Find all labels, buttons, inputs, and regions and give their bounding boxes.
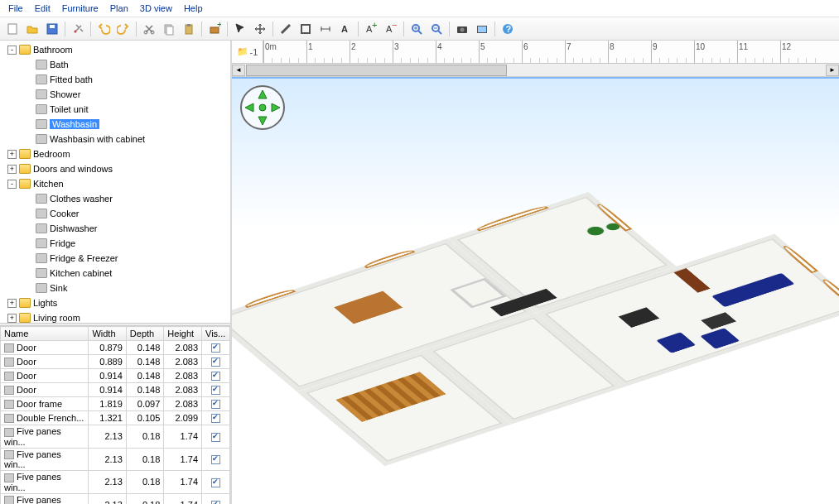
furniture-table[interactable]: NameWidthDepthHeightVis... Door0.8790.14… (0, 326, 230, 504)
col-width[interactable]: Width (89, 327, 126, 341)
visibility-checkbox[interactable] (211, 433, 220, 442)
menu-edit[interactable]: Edit (30, 2, 55, 15)
menu-furniture[interactable]: Furniture (57, 2, 104, 15)
copy-icon[interactable] (160, 20, 178, 38)
new-icon[interactable] (3, 20, 22, 38)
text-decrease-icon[interactable]: A− (382, 20, 400, 38)
tree-folder[interactable]: +Living room (3, 310, 230, 323)
zoom-in-icon[interactable] (407, 20, 426, 38)
tree-item[interactable]: Dishwasher (3, 221, 230, 236)
pan-icon[interactable] (251, 20, 269, 38)
tree-folder[interactable]: +Doors and windows (3, 161, 230, 176)
col-depth[interactable]: Depth (126, 327, 164, 341)
redo-icon[interactable] (114, 20, 133, 38)
tree-folder[interactable]: +Lights (3, 295, 230, 310)
ruler-origin-icon[interactable]: 📁-1 (232, 41, 263, 63)
furniture-catalog-tree[interactable]: -BathroomBathFitted bathShowerToilet uni… (0, 41, 230, 323)
tree-item[interactable]: Toilet unit (3, 102, 230, 117)
tree-folder[interactable]: +Bedroom (3, 146, 230, 161)
svg-point-3 (75, 30, 77, 32)
scroll-track[interactable] (246, 65, 825, 76)
tree-item[interactable]: Washbasin with cabinet (3, 132, 230, 146)
tree-label: Washbasin with cabinet (50, 134, 145, 144)
save-icon[interactable] (43, 20, 61, 38)
paste-icon[interactable] (180, 20, 198, 38)
nav-compass[interactable] (240, 85, 285, 130)
visibility-checkbox[interactable] (211, 358, 220, 367)
ruler-tick (350, 41, 350, 63)
cell-visible (202, 425, 230, 449)
video-icon[interactable] (473, 20, 491, 38)
tree-item[interactable]: Kitchen cabinet (3, 266, 230, 281)
tree-expand-toggle[interactable]: + (7, 165, 17, 174)
tree-expand-toggle[interactable]: + (7, 314, 17, 323)
tree-item[interactable]: Clothes washer (3, 191, 230, 206)
tree-item[interactable]: Sink (3, 281, 230, 295)
ruler-label: 6 (523, 42, 528, 51)
3d-viewport[interactable] (232, 77, 839, 504)
tree-item[interactable]: Fridge & Freezer (3, 251, 230, 266)
col-name[interactable]: Name (1, 327, 89, 341)
visibility-checkbox[interactable] (211, 501, 220, 504)
visibility-checkbox[interactable] (211, 414, 220, 423)
table-row[interactable]: Door frame1.8190.0972.083 (1, 397, 230, 411)
room-icon[interactable] (297, 20, 315, 38)
menu-file[interactable]: File (3, 2, 28, 15)
scroll-left-icon[interactable]: ◄ (232, 65, 245, 76)
table-row[interactable]: Double French...1.3210.1052.099 (1, 411, 230, 425)
select-icon[interactable] (231, 20, 249, 38)
visibility-checkbox[interactable] (211, 455, 220, 464)
scroll-right-icon[interactable]: ► (826, 65, 839, 76)
table-row[interactable]: Door0.8890.1482.083 (1, 355, 230, 369)
table-header-row[interactable]: NameWidthDepthHeightVis... (1, 327, 230, 341)
tree-item[interactable]: Bath (3, 57, 230, 72)
tree-item[interactable]: Fridge (3, 236, 230, 251)
add-furniture-icon[interactable]: + (205, 20, 224, 38)
table-row[interactable]: Five panes win...2.130.181.74 (1, 493, 230, 504)
wall-icon[interactable] (277, 20, 295, 38)
col-vis[interactable]: Vis... (202, 327, 230, 341)
text-increase-icon[interactable]: A+ (362, 20, 380, 38)
menu-help[interactable]: Help (179, 2, 208, 15)
ruler-label: 12 (782, 42, 791, 51)
visibility-checkbox[interactable] (211, 478, 220, 487)
table-row[interactable]: Door0.8790.1482.083 (1, 341, 230, 355)
table-row[interactable]: Five panes win...2.130.181.74 (1, 448, 230, 471)
cell-depth: 0.18 (126, 448, 164, 471)
preferences-icon[interactable] (69, 20, 87, 38)
tree-folder[interactable]: -Kitchen (3, 176, 230, 191)
tree-expand-toggle[interactable]: + (7, 150, 17, 159)
tree-expand-toggle[interactable]: - (7, 46, 17, 55)
table-row[interactable]: Five panes win...2.130.181.74 (1, 471, 230, 494)
dimension-icon[interactable] (316, 20, 335, 38)
zoom-out-icon[interactable] (427, 20, 446, 38)
help-icon[interactable]: ? (499, 20, 517, 38)
col-height[interactable]: Height (164, 327, 202, 341)
table-row[interactable]: Door0.9140.1482.083 (1, 369, 230, 383)
tree-item[interactable]: Fitted bath (3, 72, 230, 87)
plan-hscrollbar[interactable]: ◄ ► (232, 64, 839, 77)
tree-item[interactable]: Washbasin (3, 117, 230, 132)
tree-folder[interactable]: -Bathroom (3, 42, 230, 57)
tree-expand-toggle[interactable]: - (7, 180, 17, 189)
ruler-label: 9 (653, 42, 658, 51)
table-row[interactable]: Five panes win...2.130.181.74 (1, 425, 230, 449)
tree-item[interactable]: Cooker (3, 206, 230, 221)
table-row[interactable]: Door0.9140.1482.083 (1, 383, 230, 397)
horizontal-ruler[interactable]: 0m123456789101112 (263, 41, 839, 63)
tree-expand-toggle[interactable]: + (7, 299, 17, 308)
visibility-checkbox[interactable] (211, 400, 220, 409)
visibility-checkbox[interactable] (211, 343, 220, 353)
cut-icon[interactable] (140, 20, 158, 38)
open-icon[interactable] (23, 20, 41, 38)
scroll-thumb[interactable] (246, 65, 507, 76)
tree-label: Living room (33, 313, 80, 323)
visibility-checkbox[interactable] (211, 372, 220, 381)
menu-3d-view[interactable]: 3D view (135, 2, 177, 15)
menu-plan[interactable]: Plan (105, 2, 133, 15)
tree-item[interactable]: Shower (3, 87, 230, 102)
text-icon[interactable]: A (336, 20, 354, 38)
undo-icon[interactable] (94, 20, 113, 38)
visibility-checkbox[interactable] (211, 386, 220, 395)
camera-icon[interactable] (453, 20, 471, 38)
